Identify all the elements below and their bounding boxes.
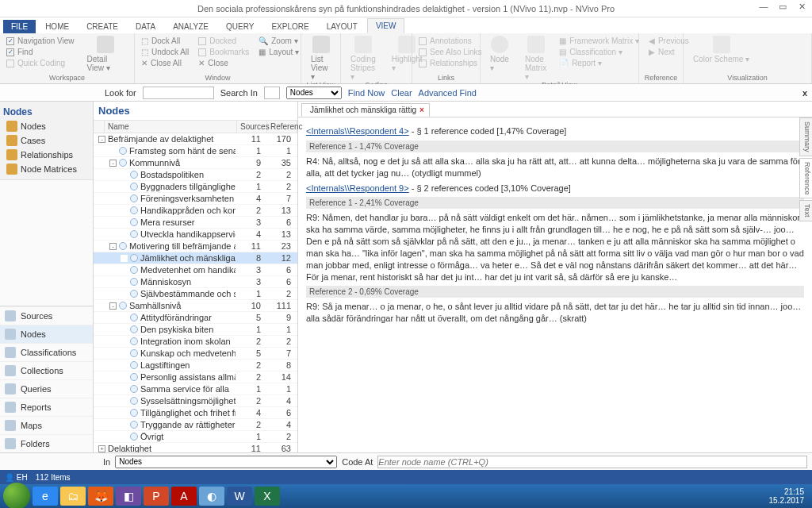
annotations-toggle[interactable]: Annotations [417,36,484,46]
taskbar-clock[interactable]: 21:1515.2.2017 [769,487,810,505]
col-sources[interactable]: Sources [237,121,267,133]
node-row[interactable]: Handikappråden och kommunpoliti213 [94,205,297,217]
node-row[interactable]: Den psykiska biten11 [94,324,297,336]
ribbon-tab-file[interactable]: FILE [3,20,36,33]
expand-toggle[interactable]: - [109,302,117,310]
node-row[interactable]: Sysselsättningsmöjligheter24 [94,395,297,407]
node-row[interactable]: Medvetenhet om handikappfrågor36 [94,264,297,276]
col-references[interactable]: Referenc [267,121,297,133]
nav-view-toggle[interactable]: ✓Navigation View [5,36,76,46]
node-row[interactable]: Bostadspolitiken22 [94,169,297,181]
node-row[interactable]: Lagstiftingen28 [94,360,297,371]
layout-button[interactable]: ▦ Layout ▾ [257,47,301,57]
expand-toggle[interactable]: - [98,136,105,143]
previous-button[interactable]: ◀ Previous [647,36,691,46]
node-row[interactable]: Övrigt12 [94,431,297,443]
nav-section-queries[interactable]: Queries [0,379,93,398]
expand-toggle[interactable]: - [109,243,117,250]
taskbar-explorer-icon[interactable]: 🗂 [60,487,86,506]
find-now-button[interactable]: Find Now [348,88,385,98]
node-row[interactable]: Samma service för alla11 [94,383,297,395]
classification-button[interactable]: ▤ Classification ▾ [557,47,641,57]
node-row[interactable]: Jämlikhet och mänskliga rättigheter812 [94,252,297,264]
ribbon-tab-layout[interactable]: LAYOUT [319,20,366,33]
close-find-button[interactable]: x [802,88,807,98]
source-link[interactable]: <Internals\\Respondent 4> [306,126,409,136]
bookmarks-toggle[interactable]: Bookmarks [197,47,251,57]
advanced-find-button[interactable]: Advanced Find [419,88,477,98]
ribbon-tab-analyze[interactable]: ANALYZE [165,20,216,33]
close-button[interactable]: ✕ Close [197,58,251,68]
nav-section-folders[interactable]: Folders [0,434,93,452]
taskbar-excel-icon[interactable]: X [255,487,280,506]
relationships-toggle[interactable]: Relationships [417,58,484,68]
node-button[interactable]: Node ▾ [485,36,514,72]
nav-item[interactable]: Nodes [3,119,90,133]
nav-section-collections[interactable]: Collections [0,361,93,379]
node-row[interactable]: Föreningsverksamheten47 [94,193,297,205]
ribbon-tab-explore[interactable]: EXPLORE [263,20,316,33]
node-row[interactable]: Mera resurser36 [94,217,297,229]
taskbar-powerpoint-icon[interactable]: P [144,487,169,506]
node-row[interactable]: Tryggande av rättigheterna24 [94,419,297,431]
node-row[interactable]: Personlig assistans allmänt214 [94,371,297,383]
taskbar-word-icon[interactable]: W [227,487,252,506]
node-matrix-button[interactable]: Node Matrix ▾ [520,36,551,81]
nav-item[interactable]: Node Matrices [3,162,90,176]
code-at-input[interactable] [377,456,807,468]
nav-section-sources[interactable]: Sources [0,306,93,325]
report-button[interactable]: 📄 Report ▾ [557,58,641,68]
ribbon-tab-home[interactable]: HOME [37,20,77,33]
node-row[interactable]: Utveckla handikappservicen i kom413 [94,229,297,241]
close-all-button[interactable]: ✕ Close All [140,58,190,68]
close-tab-button[interactable]: × [419,106,424,114]
ribbon-tab-view[interactable]: VIEW [367,18,405,33]
minimize-button[interactable]: — [756,2,771,12]
node-row[interactable]: Framsteg som hänt de senaste åren11 [94,145,297,157]
dock-all-button[interactable]: ⬚ Dock All [140,36,190,46]
lookfor-input[interactable] [143,87,214,99]
maximize-button[interactable]: ▭ [776,2,790,12]
next-button[interactable]: ▶ Next [647,47,691,57]
node-row[interactable]: -Kommunnivå935 [94,157,297,169]
node-row[interactable]: -Motivering till befrämjande av delaktig… [94,241,297,252]
taskbar-app-icon[interactable]: ◐ [199,487,224,506]
side-tab-summary[interactable]: Summary [799,117,812,156]
taskbar-app-icon[interactable]: ◧ [116,487,141,506]
node-row[interactable]: -Befrämjande av delaktighet11170 [94,133,297,145]
find-toggle[interactable]: ✓Find [5,47,76,57]
in-select[interactable]: Nodes [115,456,337,468]
node-row[interactable]: Människosyn36 [94,276,297,288]
side-tab-reference[interactable]: Reference [799,158,812,199]
node-row[interactable]: -Samhällsnivå10111 [94,300,297,312]
side-tab-text[interactable]: Text [799,200,812,221]
source-link[interactable]: <Internals\\Respondent 9> [306,183,409,193]
taskbar-pdf-icon[interactable]: A [171,487,197,506]
expand-toggle[interactable]: + [98,445,105,452]
nav-item[interactable]: Relationships [3,148,90,162]
nav-section-classifications[interactable]: Classifications [0,343,93,361]
start-button[interactable] [3,483,30,508]
detail-tab[interactable]: Jämlikhet och mänskliga rättig × [301,103,430,117]
node-row[interactable]: Tillgänglighet och frihet från hinder46 [94,407,297,419]
ribbon-tab-data[interactable]: DATA [128,20,163,33]
searchin-list[interactable]: Nodes [286,87,342,99]
nav-section-reports[interactable]: Reports [0,398,93,416]
searchin-input[interactable] [264,87,280,99]
clear-button[interactable]: Clear [391,88,412,98]
zoom-button[interactable]: 🔍 Zoom ▾ [257,36,301,46]
close-window-button[interactable]: ✕ [795,2,809,12]
coding-stripes-button[interactable]: Coding Stripes ▾ [346,36,381,81]
docked-toggle[interactable]: Docked [197,36,251,46]
quick-coding-toggle[interactable]: Quick Coding [5,58,76,68]
expand-toggle[interactable]: - [109,160,117,167]
framework-matrix-button[interactable]: ▦ Framework Matrix ▾ [557,36,641,46]
node-row[interactable]: Attitydförändringar59 [94,312,297,324]
node-row[interactable]: Kunskap och medvetenhet om han57 [94,348,297,360]
taskbar-ie-icon[interactable]: e [33,487,58,506]
nav-section-nodes[interactable]: Nodes [0,325,93,343]
seealso-toggle[interactable]: See Also Links [417,47,484,57]
nav-section-maps[interactable]: Maps [0,416,93,434]
undock-all-button[interactable]: ⬚ Undock All [140,47,190,57]
node-row[interactable]: Integration inom skolan22 [94,336,297,348]
